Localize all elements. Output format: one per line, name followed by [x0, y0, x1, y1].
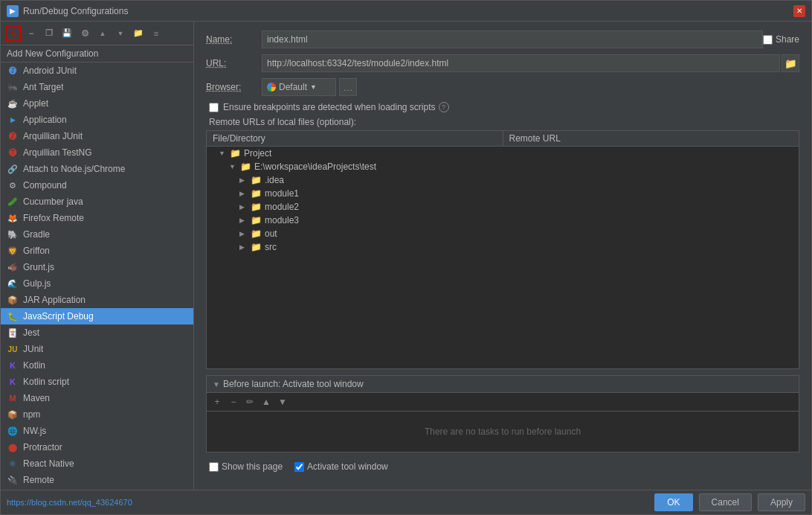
bl-add-button[interactable]: +: [210, 394, 225, 409]
project-label: Project: [244, 148, 271, 159]
run-debug-dialog: ▶ Run/Debug Configurations ✕ + − ❐ 💾 ⚙ ▲…: [0, 0, 812, 515]
tree-item-src[interactable]: ▶ 📁 src: [207, 240, 799, 254]
sidebar-item-arquillian-junit[interactable]: 🅙 Arquillian JUnit: [1, 128, 193, 144]
cancel-button[interactable]: Cancel: [699, 493, 752, 511]
file-tree-section[interactable]: File/Directory Remote URL ▼ 📁 Project ▼ …: [206, 130, 799, 369]
sidebar-item-kotlin-script[interactable]: K Kotlin script: [1, 374, 193, 390]
sidebar-item-griffon[interactable]: 🦁 Griffon: [1, 243, 193, 259]
sidebar-item-label: Attach to Node.js/Chrome: [23, 164, 125, 174]
workspace-label: E:\workspace\ideaProjects\test: [254, 161, 376, 172]
firefox-remote-icon: 🦊: [7, 212, 19, 224]
sidebar-item-jest[interactable]: 🃏 Jest: [1, 324, 193, 341]
footer-link[interactable]: https://blog.csdn.net/qq_43624670: [7, 498, 132, 507]
tree-item-project[interactable]: ▼ 📁 Project: [207, 147, 799, 160]
sidebar-item-react-native[interactable]: ⚛ React Native: [1, 455, 193, 472]
tree-item-module2[interactable]: ▶ 📁 module2: [207, 200, 799, 214]
settings-button[interactable]: ⚙: [77, 25, 93, 42]
move-down-button[interactable]: ▼: [112, 25, 129, 42]
activate-tool-checkbox[interactable]: [294, 462, 304, 472]
close-button[interactable]: ✕: [793, 5, 805, 17]
sidebar-item-javascript-debug[interactable]: 🐛 JavaScript Debug: [1, 308, 193, 324]
tree-item-module3[interactable]: ▶ 📁 module3: [207, 214, 799, 227]
kotlin-icon: K: [7, 359, 19, 371]
window-icon: ▶: [7, 5, 19, 17]
before-launch-toggle-icon[interactable]: ▼: [213, 380, 220, 388]
sidebar-item-attach-nodejs[interactable]: 🔗 Attach to Node.js/Chrome: [1, 161, 193, 177]
application-icon: ▶: [7, 114, 19, 126]
sidebar-item-label: JAR Application: [23, 295, 86, 305]
sidebar-item-gradle[interactable]: 🐘 Gradle: [1, 226, 193, 243]
sidebar-item-label: Arquillian TestNG: [23, 147, 91, 158]
show-page-checkbox[interactable]: [209, 462, 219, 472]
sidebar-item-label: Application: [23, 115, 67, 125]
sidebar-item-applet[interactable]: ☕ Applet: [1, 95, 193, 112]
tree-item-out[interactable]: ▶ 📁 out: [207, 227, 799, 240]
remove-config-button[interactable]: −: [23, 25, 39, 42]
sidebar-item-ant-target[interactable]: 🐜 Ant Target: [1, 79, 193, 95]
tree-expand-icon: ▶: [239, 243, 250, 251]
folder-button[interactable]: 📁: [130, 25, 146, 42]
react-native-icon: ⚛: [7, 458, 19, 470]
chrome-icon: [267, 83, 276, 92]
sort-button[interactable]: ≡: [148, 25, 164, 42]
sidebar-item-label: Ant Target: [23, 82, 63, 92]
sidebar-item-gruntjs[interactable]: 🐗 Grunt.js: [1, 259, 193, 275]
activate-tool-item: Activate tool window: [294, 461, 388, 472]
sidebar-item-protractor[interactable]: ⬤ Protractor: [1, 439, 193, 455]
tree-item-module1[interactable]: ▶ 📁 module1: [207, 187, 799, 200]
griffon-icon: 🦁: [7, 245, 19, 257]
sidebar-item-label: Remote: [23, 475, 54, 485]
sidebar-item-label: Compound: [23, 180, 67, 191]
sidebar-item-gulpjs[interactable]: 🌊 Gulp.js: [1, 275, 193, 292]
sidebar-item-label: NW.js: [23, 426, 46, 436]
sidebar-item-remote[interactable]: 🔌 Remote: [1, 472, 193, 488]
bl-up-button[interactable]: ▲: [259, 394, 274, 409]
sidebar-item-label: Android JUnit: [23, 65, 77, 76]
sidebar-list[interactable]: 🅙 Android JUnit 🐜 Ant Target ☕ Applet ▶ …: [1, 63, 193, 490]
bl-remove-button[interactable]: −: [226, 394, 241, 409]
jar-icon: 📦: [7, 294, 19, 306]
url-input[interactable]: [262, 54, 780, 72]
share-checkbox[interactable]: [763, 35, 773, 45]
browser-value: Default: [279, 82, 307, 92]
tree-expand-icon: ▶: [239, 217, 250, 224]
sidebar-item-label: Grunt.js: [23, 262, 54, 272]
bl-edit-button[interactable]: ✏: [242, 394, 257, 409]
sidebar-item-maven[interactable]: M Maven: [1, 390, 193, 406]
sidebar-item-npm[interactable]: 📦 npm: [1, 406, 193, 423]
sidebar-item-firefox-remote[interactable]: 🦊 Firefox Remote: [1, 210, 193, 226]
tree-item-idea[interactable]: ▶ 📁 .idea: [207, 173, 799, 187]
sidebar-item-label: React Native: [23, 458, 74, 469]
save-config-button[interactable]: 💾: [59, 25, 75, 42]
browser-more-button[interactable]: …: [339, 78, 357, 96]
url-browse-button[interactable]: 📁: [782, 54, 799, 72]
sidebar-item-junit[interactable]: JU JUnit: [1, 341, 193, 357]
sidebar-item-jar-application[interactable]: 📦 JAR Application: [1, 292, 193, 308]
ensure-breakpoints-checkbox[interactable]: [209, 103, 219, 112]
sidebar-item-cucumber[interactable]: 🥒 Cucumber java: [1, 193, 193, 210]
sidebar-item-label: Jest: [23, 327, 39, 338]
sidebar-item-compound[interactable]: ⚙ Compound: [1, 177, 193, 193]
javascript-debug-icon: 🐛: [7, 310, 19, 322]
sidebar-item-nwjs[interactable]: 🌐 NW.js: [1, 423, 193, 439]
ok-button[interactable]: OK: [654, 493, 692, 511]
attach-nodejs-icon: 🔗: [7, 163, 19, 175]
sidebar-item-arquillian-testng[interactable]: 🅣 Arquillian TestNG: [1, 144, 193, 161]
move-up-button[interactable]: ▲: [94, 25, 111, 42]
url-input-wrap: 📁: [262, 54, 799, 72]
tree-expand-icon: ▶: [239, 203, 250, 211]
bl-down-button[interactable]: ▼: [275, 394, 290, 409]
copy-config-button[interactable]: ❐: [41, 25, 57, 42]
add-config-button[interactable]: +: [5, 25, 22, 42]
browser-select[interactable]: Default ▼: [262, 78, 336, 96]
apply-button[interactable]: Apply: [758, 493, 805, 511]
name-input[interactable]: [262, 31, 763, 48]
sidebar-item-label: npm: [23, 409, 40, 420]
module2-label: module2: [265, 202, 299, 212]
sidebar-item-application[interactable]: ▶ Application: [1, 112, 193, 128]
sidebar-item-android-junit[interactable]: 🅙 Android JUnit: [1, 63, 193, 79]
ensure-breakpoints-label: Ensure breakpoints are detected when loa…: [223, 102, 436, 112]
sidebar-item-kotlin[interactable]: K Kotlin: [1, 357, 193, 374]
tree-item-workspace[interactable]: ▼ 📁 E:\workspace\ideaProjects\test: [207, 160, 799, 173]
window-title: Run/Debug Configurations: [23, 6, 793, 16]
